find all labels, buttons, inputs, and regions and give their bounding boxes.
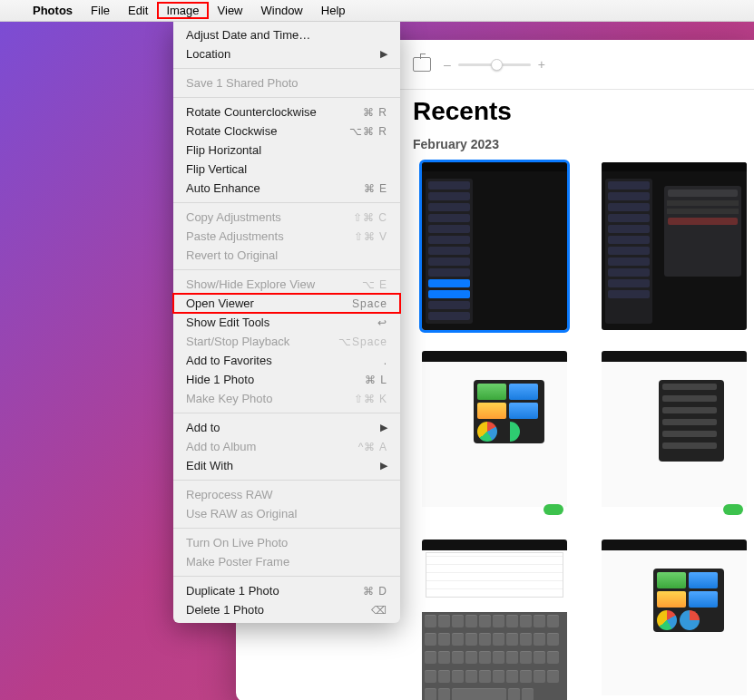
menu-item-rotate-counterclockwise[interactable]: Rotate Counterclockwise⌘ R (173, 102, 400, 122)
menu-item-label: Rotate Counterclockwise (186, 105, 317, 119)
menubar-item-help[interactable]: Help (312, 2, 355, 19)
photos-content: Recents February 2023 (399, 90, 754, 700)
menu-item-edit-with[interactable]: Edit With▶ (173, 456, 400, 475)
menu-shortcut: ⌥⌘ R (349, 125, 387, 138)
thumbnail-grid (413, 162, 744, 700)
menu-item-make-key-photo: Make Key Photo⇧⌘ K (173, 389, 400, 408)
zoom-plus[interactable]: + (538, 57, 545, 72)
menu-item-use-raw-as-original: Use RAW as Original (173, 504, 400, 523)
menu-item-add-to-album: Add to Album^⌘ A (173, 437, 400, 456)
menu-item-label: Start/Stop Playback (186, 335, 289, 348)
photos-window: – + Recents February 2023 (399, 40, 754, 700)
chevron-right-icon: ▶ (380, 48, 387, 60)
menubar-item-file[interactable]: File (82, 2, 119, 19)
menu-item-label: Show Edit Tools (186, 316, 269, 329)
thumbnail-4[interactable] (602, 351, 747, 519)
menu-item-paste-adjustments: Paste Adjustments⇧⌘ V (173, 227, 400, 246)
menu-item-label: Adjust Date and Time… (186, 28, 310, 42)
zoom-minus[interactable]: – (444, 57, 451, 72)
date-label: February 2023 (413, 137, 744, 151)
menu-item-label: Save 1 Shared Photo (186, 76, 299, 90)
menu-shortcut: ⌘ R (363, 106, 387, 119)
thumbnail-2[interactable] (602, 162, 747, 330)
menu-item-label: Hide 1 Photo (186, 373, 254, 386)
menu-shortcut: ↩ (377, 316, 387, 329)
menu-item-add-to-favorites[interactable]: Add to Favorites. (173, 351, 400, 370)
menu-item-label: Delete 1 Photo (186, 603, 264, 617)
menubar-item-window[interactable]: Window (252, 2, 312, 19)
menubar: Photos File Edit Image View Window Help (0, 0, 754, 22)
menu-item-reprocess-raw: Reprocess RAW (173, 485, 400, 504)
menu-item-label: Add to (186, 421, 220, 434)
menu-shortcut: ^⌘ A (358, 441, 387, 453)
menu-item-label: Make Key Photo (186, 392, 272, 405)
photos-toolbar: – + (399, 40, 754, 90)
page-title: Recents (413, 97, 744, 126)
menu-shortcut: Space (352, 297, 387, 310)
menu-item-label: Paste Adjustments (186, 229, 284, 243)
menu-separator (173, 68, 400, 69)
menu-item-label: Make Poster Frame (186, 555, 289, 569)
menu-separator (173, 480, 400, 481)
menu-shortcut: ⌥ E (362, 278, 387, 291)
zoom-slider-wrap: – + (444, 57, 545, 72)
menu-separator (173, 97, 400, 98)
menu-item-label: Location (186, 47, 230, 61)
menu-separator (173, 269, 400, 270)
zoom-thumb[interactable] (491, 59, 503, 71)
menu-item-label: Add to Favorites (186, 354, 272, 367)
chevron-right-icon: ▶ (380, 422, 387, 433)
menu-item-flip-vertical[interactable]: Flip Vertical (173, 160, 400, 179)
menu-item-flip-horizontal[interactable]: Flip Horizontal (173, 141, 400, 160)
menu-shortcut: ⇧⌘ V (354, 230, 387, 243)
aspect-icon[interactable] (413, 57, 431, 72)
menu-shortcut: ⌘ D (363, 585, 387, 598)
thumbnail-5[interactable] (422, 540, 567, 700)
menu-item-add-to[interactable]: Add to▶ (173, 418, 400, 437)
menu-item-auto-enhance[interactable]: Auto Enhance⌘ E (173, 179, 400, 198)
thumbnail-3[interactable] (422, 351, 567, 519)
menu-shortcut: ⇧⌘ C (353, 211, 387, 224)
menubar-item-view[interactable]: View (209, 2, 252, 19)
menubar-app[interactable]: Photos (24, 2, 82, 19)
menu-shortcut: ⌘ E (364, 182, 387, 195)
menu-item-label: Edit With (186, 459, 233, 472)
menubar-item-image[interactable]: Image (157, 2, 208, 19)
menu-shortcut: ⌘ L (365, 374, 387, 386)
menu-item-label: Auto Enhance (186, 181, 260, 195)
menu-item-label: Open Viewer (186, 297, 254, 310)
menu-shortcut: ⇧⌘ K (354, 393, 387, 405)
menu-item-location[interactable]: Location▶ (173, 44, 400, 63)
menu-item-show-edit-tools[interactable]: Show Edit Tools↩ (173, 313, 400, 332)
menu-item-make-poster-frame: Make Poster Frame (173, 552, 400, 571)
chevron-right-icon: ▶ (380, 460, 387, 472)
menu-item-label: Flip Horizontal (186, 143, 261, 157)
menu-item-label: Turn On Live Photo (186, 536, 288, 549)
menu-item-label: Duplicate 1 Photo (186, 584, 279, 598)
menu-shortcut: ⌫ (371, 604, 387, 617)
zoom-slider[interactable] (458, 63, 531, 66)
menu-item-revert-to-original: Revert to Original (173, 246, 400, 265)
menu-item-label: Show/Hide Explore View (186, 277, 315, 291)
menu-item-rotate-clockwise[interactable]: Rotate Clockwise⌥⌘ R (173, 122, 400, 141)
menu-item-delete-1-photo[interactable]: Delete 1 Photo⌫ (173, 600, 400, 619)
menu-item-label: Flip Vertical (186, 162, 247, 176)
menu-item-duplicate-1-photo[interactable]: Duplicate 1 Photo⌘ D (173, 581, 400, 600)
thumbnail-6[interactable] (602, 540, 747, 700)
menu-item-turn-on-live-photo: Turn On Live Photo (173, 533, 400, 552)
menu-separator (173, 202, 400, 203)
thumbnail-1[interactable] (422, 162, 567, 330)
menu-item-start-stop-playback: Start/Stop Playback⌥Space (173, 332, 400, 351)
menu-item-adjust-date-and-time[interactable]: Adjust Date and Time… (173, 25, 400, 44)
menu-item-label: Reprocess RAW (186, 488, 273, 501)
menu-item-label: Use RAW as Original (186, 507, 297, 520)
menu-item-copy-adjustments: Copy Adjustments⇧⌘ C (173, 208, 400, 227)
menu-item-open-viewer[interactable]: Open ViewerSpace (173, 294, 400, 313)
menu-item-label: Rotate Clockwise (186, 124, 277, 138)
menu-item-hide-1-photo[interactable]: Hide 1 Photo⌘ L (173, 370, 400, 389)
menubar-item-edit[interactable]: Edit (119, 2, 157, 19)
menu-item-show-hide-explore-view: Show/Hide Explore View⌥ E (173, 275, 400, 294)
menu-shortcut: ⌥Space (338, 335, 387, 348)
menu-item-label: Copy Adjustments (186, 210, 281, 224)
menu-separator (173, 413, 400, 413)
